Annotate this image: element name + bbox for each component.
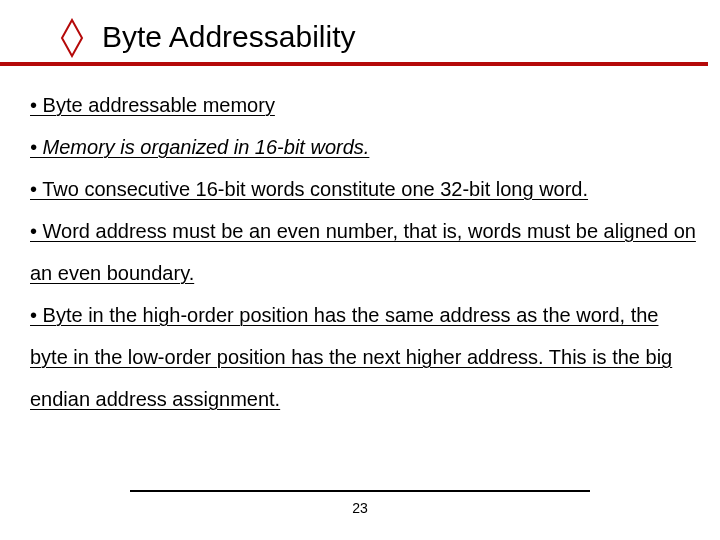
slide-content: • Byte addressable memory • Memory is or… <box>0 66 720 420</box>
slide-title: Byte Addressability <box>54 20 355 54</box>
slide-header: Byte Addressability <box>0 0 708 66</box>
svg-marker-0 <box>62 20 82 56</box>
page-number: 23 <box>0 500 720 516</box>
bullet-4: • Word address must be an even number, t… <box>30 220 696 284</box>
bullet-1: • Byte addressable memory <box>30 94 275 116</box>
bullet-2: • Memory is organized in 16-bit words. <box>30 136 369 158</box>
bullet-5: • Byte in the high-order position has th… <box>30 304 672 410</box>
slide: Byte Addressability • Byte addressable m… <box>0 0 720 540</box>
diamond-icon <box>60 18 84 58</box>
bullet-3: • Two consecutive 16-bit words constitut… <box>30 178 588 200</box>
footer-divider <box>130 490 590 492</box>
